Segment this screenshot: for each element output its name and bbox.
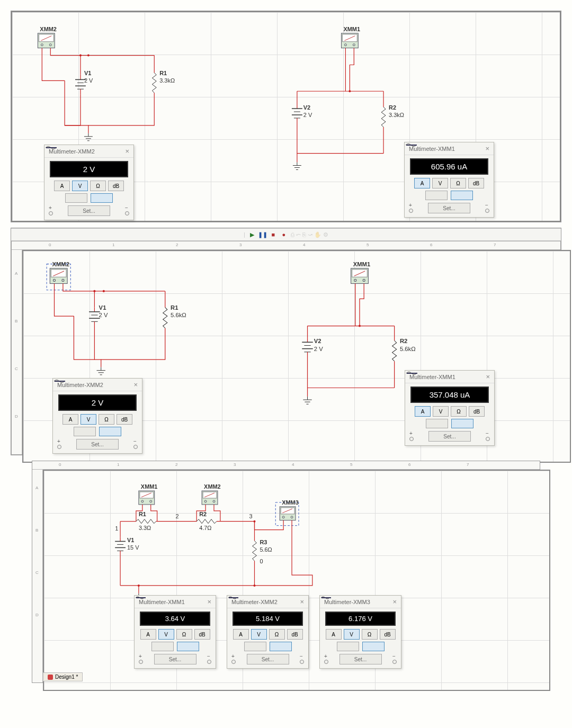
ac-button[interactable] (74, 427, 96, 436)
pause-icon[interactable]: ❚❚ (259, 231, 266, 238)
ac-button[interactable] (425, 191, 448, 200)
v1-source[interactable] (89, 308, 100, 322)
multimeter-window-xmm1-p1[interactable]: Multimeter-XMM1 × 605.96 uA A V Ω dB + S… (404, 142, 494, 218)
close-icon[interactable]: × (207, 598, 211, 606)
v2-value: 2 V (303, 112, 312, 118)
v1-source-p3[interactable] (115, 537, 126, 551)
mode-v-button[interactable]: V (72, 181, 88, 191)
mode-ohm-button[interactable]: Ω (90, 181, 106, 191)
multimeter-symbol-xmm1[interactable] (351, 268, 369, 284)
mode-a-button[interactable]: A (233, 629, 249, 640)
set-button[interactable]: Set... (154, 654, 196, 664)
mode-a-button[interactable]: A (415, 406, 431, 417)
multimeter-symbol-xmm1[interactable] (341, 33, 358, 48)
mode-ohm-button[interactable]: Ω (99, 414, 114, 425)
mode-ohm-button[interactable]: Ω (451, 406, 467, 417)
mode-a-button[interactable]: A (414, 178, 430, 188)
net-0: 0 (260, 558, 263, 564)
close-icon[interactable]: × (485, 145, 489, 152)
mode-ohm-button[interactable]: Ω (450, 178, 466, 188)
plus-terminal: + (324, 653, 328, 665)
set-button[interactable]: Set... (76, 439, 119, 450)
ruler-top: 0 1 2 3 4 5 6 7 (32, 461, 540, 470)
mode-ohm-button[interactable]: Ω (176, 629, 192, 640)
multimeter-symbol-xmm2[interactable] (38, 33, 55, 48)
ac-button[interactable] (244, 642, 266, 651)
mode-a-button[interactable]: A (54, 181, 70, 191)
ac-button[interactable] (151, 642, 174, 651)
dc-button[interactable] (177, 642, 199, 651)
set-button[interactable]: Set... (247, 654, 289, 664)
r2-value: 4.7Ω (199, 525, 211, 531)
mode-v-button[interactable]: V (158, 629, 174, 640)
multimeter-symbol-xmm2[interactable] (50, 268, 67, 284)
mode-db-button[interactable]: dB (287, 629, 303, 640)
meter-reading: 605.96 uA (410, 158, 488, 175)
stop-icon[interactable]: ■ (270, 231, 277, 238)
close-icon[interactable]: × (486, 373, 490, 381)
r1-name: R1 (171, 304, 178, 311)
meter-reading: 357.048 uA (410, 387, 489, 403)
set-button[interactable]: Set... (428, 203, 470, 213)
plus-terminal: + (57, 438, 61, 450)
v1-value: 2 V (99, 312, 108, 318)
r3-name: R3 (260, 539, 267, 545)
mode-v-button[interactable]: V (251, 629, 267, 640)
set-button[interactable]: Set... (428, 431, 471, 442)
dc-button[interactable] (451, 419, 473, 428)
multimeter-window-xmm1-p2[interactable]: Multimeter-XMM1× 357.048 uA A V Ω dB +Se… (405, 370, 495, 446)
mode-v-button[interactable]: V (344, 629, 360, 640)
dc-button[interactable] (451, 191, 473, 200)
svg-point-94 (138, 585, 140, 587)
close-icon[interactable]: × (133, 381, 138, 389)
mode-db-button[interactable]: dB (380, 629, 396, 640)
dc-button[interactable] (270, 642, 292, 651)
set-button[interactable]: Set... (339, 654, 382, 664)
mode-a-button[interactable]: A (326, 629, 342, 640)
close-icon[interactable]: × (300, 598, 304, 606)
panel-1: XMM2 V1 2 V (11, 11, 561, 222)
mode-v-button[interactable]: V (433, 406, 449, 417)
minus-terminal: − (300, 653, 304, 665)
set-button[interactable]: Set... (68, 205, 110, 216)
ac-button[interactable] (426, 419, 448, 428)
v2-source[interactable] (292, 104, 302, 123)
mode-db-button[interactable]: dB (108, 181, 124, 191)
ac-button[interactable] (337, 642, 359, 651)
multimeter-symbol-xmm3[interactable] (280, 507, 296, 520)
dc-button[interactable] (362, 642, 385, 651)
close-icon[interactable]: × (125, 147, 129, 155)
multimeter-symbol-xmm1[interactable] (139, 491, 155, 505)
plus-terminal: + (409, 202, 413, 214)
multimeter-window-xmm2-p1[interactable]: Multimeter-XMM2 × 2 V A V Ω dB + Set... … (44, 145, 134, 220)
v2-name: V2 (314, 338, 321, 344)
play-icon[interactable]: ▶ (248, 231, 256, 238)
minus-terminal: − (486, 430, 490, 442)
v1-name: V1 (99, 304, 106, 311)
multimeter-symbol-xmm2[interactable] (202, 491, 218, 505)
multimeter-window-xmm3-p3[interactable]: Multimeter-XMM3× 6.176 V AVΩdB +Set...− (319, 595, 401, 669)
mode-ohm-button[interactable]: Ω (269, 629, 285, 640)
mode-db-button[interactable]: dB (194, 629, 210, 640)
mode-v-button[interactable]: V (432, 178, 448, 188)
v2-source[interactable] (302, 338, 313, 352)
mode-db-button[interactable]: dB (117, 414, 132, 425)
multimeter-window-xmm1-p3[interactable]: Multimeter-XMM1× 3.64 V AVΩdB +Set...− (134, 595, 216, 669)
multimeter-window-xmm2-p3[interactable]: Multimeter-XMM2× 5.184 V AVΩdB +Set...− (227, 595, 309, 669)
record-icon[interactable]: ● (280, 231, 288, 238)
mode-ohm-button[interactable]: Ω (362, 629, 378, 640)
design-tab[interactable]: Design1 * (43, 672, 83, 681)
dc-button[interactable] (99, 427, 121, 436)
mode-a-button[interactable]: A (140, 629, 156, 640)
ac-button[interactable] (65, 193, 87, 203)
mode-a-button[interactable]: A (62, 414, 78, 425)
plus-terminal: + (409, 430, 414, 442)
minus-terminal: − (133, 438, 138, 450)
close-icon[interactable]: × (392, 598, 397, 606)
multimeter-window-xmm2-p2[interactable]: Multimeter-XMM2× 2 V A V Ω dB +Set...− (52, 378, 142, 454)
ground-right-2 (303, 397, 311, 404)
mode-v-button[interactable]: V (81, 414, 96, 425)
mode-db-button[interactable]: dB (468, 178, 484, 188)
dc-button[interactable] (91, 193, 113, 203)
mode-db-button[interactable]: dB (469, 406, 485, 417)
